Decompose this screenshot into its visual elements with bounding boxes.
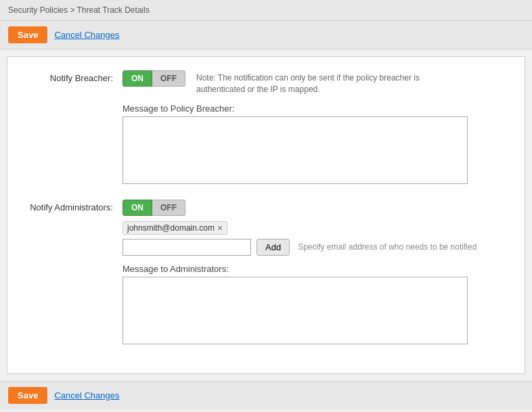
top-toolbar: Save Cancel Changes (0, 21, 532, 49)
message-breacher-label: Message to Policy Breacher: (123, 104, 518, 114)
add-email-row: Add Specify email address of who needs t… (123, 239, 518, 256)
notify-breacher-toggle-row: ON OFF Note: The notification can only b… (123, 70, 518, 95)
cancel-button-bottom[interactable]: Cancel Changes (54, 390, 119, 400)
cancel-button-top[interactable]: Cancel Changes (54, 30, 119, 40)
email-tag-text: johnsmith@domain.com (127, 223, 215, 233)
email-input[interactable] (123, 239, 251, 256)
notify-breacher-off-button[interactable]: OFF (152, 70, 185, 87)
notify-breacher-on-button[interactable]: ON (123, 70, 152, 87)
notify-admins-off-button[interactable]: OFF (152, 200, 185, 216)
email-tag-row: johnsmith@domain.com × (123, 221, 518, 235)
notify-breacher-label: Notify Breacher: (14, 70, 123, 83)
notify-admins-content: ON OFF johnsmith@domain.com × Add Specif… (123, 200, 518, 346)
breadcrumb-separator: > (70, 5, 74, 15)
notify-admins-label: Notify Administrators: (14, 200, 123, 212)
email-remove-button[interactable]: × (217, 223, 223, 233)
notify-admins-section: Notify Administrators: ON OFF johnsmith@… (14, 200, 518, 346)
breadcrumb-parent[interactable]: Security Policies (8, 5, 68, 15)
add-email-note: Specify email address of who needs to be… (298, 242, 476, 252)
add-email-button[interactable]: Add (257, 239, 290, 256)
breadcrumb-current: Threat Track Details (77, 5, 150, 15)
save-button-bottom[interactable]: Save (8, 387, 47, 404)
main-content: Notify Breacher: ON OFF Note: The notifi… (7, 56, 525, 374)
notify-breacher-section: Notify Breacher: ON OFF Note: The notifi… (14, 70, 518, 186)
email-tag: johnsmith@domain.com × (123, 221, 227, 235)
message-breacher-textarea-container (123, 116, 468, 186)
notify-breacher-toggle-group: ON OFF (123, 70, 185, 87)
message-breacher-textarea[interactable] (123, 116, 468, 184)
breadcrumb: Security Policies > Threat Track Details (0, 0, 532, 21)
message-admins-textarea[interactable] (123, 277, 468, 344)
notify-breacher-content: ON OFF Note: The notification can only b… (123, 70, 518, 186)
message-admins-textarea-container (123, 277, 468, 346)
save-button-top[interactable]: Save (8, 26, 47, 43)
bottom-toolbar: Save Cancel Changes (0, 381, 532, 409)
notify-admins-on-button[interactable]: ON (123, 200, 152, 216)
notify-breacher-note: Note: The notification can only be sent … (196, 70, 440, 95)
message-admins-label: Message to Administrators: (123, 264, 518, 274)
notify-admins-toggle-group: ON OFF (123, 200, 518, 216)
